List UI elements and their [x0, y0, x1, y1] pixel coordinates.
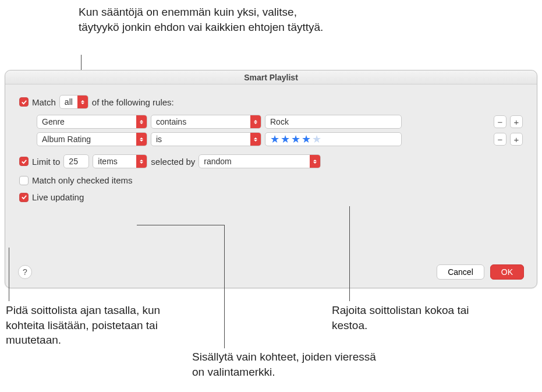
match-mode-select[interactable]: all: [59, 95, 88, 109]
callout-line: [9, 248, 9, 301]
dialog-footer: ? Cancel OK: [18, 264, 524, 280]
match-label-post: of the following rules:: [92, 97, 174, 107]
check-icon: [21, 194, 27, 200]
add-rule-button[interactable]: +: [510, 115, 523, 128]
limit-checkbox[interactable]: [19, 157, 29, 166]
limit-selected-by-label: selected by: [151, 157, 195, 167]
annotation-match-mode: Kun sääntöjä on enemmän kuin yksi, valit…: [79, 5, 329, 34]
rule-value-stars[interactable]: ★★★★★: [265, 132, 402, 146]
dialog-title: Smart Playlist: [5, 70, 537, 84]
match-checked-checkbox[interactable]: [19, 176, 29, 185]
limit-label: Limit to: [32, 157, 60, 167]
match-checked-row: Match only checked items: [19, 175, 523, 185]
chevron-updown-icon: [136, 115, 147, 128]
rule-value-input[interactable]: Rock: [265, 115, 402, 129]
live-updating-row: Live updating: [19, 192, 523, 202]
limit-count-input[interactable]: [63, 154, 89, 168]
remove-rule-button[interactable]: −: [494, 133, 506, 146]
chevron-updown-icon: [310, 155, 320, 168]
match-checked-label: Match only checked items: [32, 175, 133, 185]
dialog-content: Match all of the following rules: Genre …: [5, 84, 537, 208]
callout-line: [349, 206, 350, 301]
rule-attribute-select[interactable]: Album Rating: [37, 132, 147, 146]
chevron-updown-icon: [77, 96, 88, 108]
chevron-updown-icon: [136, 155, 147, 168]
rule-operator-value: contains: [156, 117, 247, 126]
limit-method-select[interactable]: random: [199, 154, 321, 168]
rule-row: Genre contains Rock − +: [37, 115, 523, 129]
limit-unit-select[interactable]: items: [93, 154, 147, 168]
rule-row: Album Rating is ★★★★★ − +: [37, 132, 523, 146]
smart-playlist-dialog: Smart Playlist Match all of the followin…: [5, 70, 537, 288]
callout-line: [137, 225, 224, 225]
match-mode-value: all: [65, 97, 74, 107]
rule-operator-select[interactable]: is: [151, 132, 261, 146]
limit-unit-value: items: [98, 157, 133, 166]
annotation-match-checked: Sisällytä vain kohteet, joiden vieressä …: [192, 349, 390, 379]
remove-rule-button[interactable]: −: [494, 115, 506, 128]
check-icon: [21, 99, 27, 105]
rule-attribute-value: Genre: [42, 117, 133, 126]
add-rule-button[interactable]: +: [510, 133, 523, 146]
annotation-limit: Rajoita soittolistan kokoa tai kestoa.: [332, 303, 477, 333]
callout-line: [224, 225, 225, 348]
limit-row: Limit to items selected by random: [19, 154, 523, 168]
check-icon: [21, 158, 27, 165]
help-button[interactable]: ?: [18, 265, 32, 279]
rule-operator-select[interactable]: contains: [151, 115, 261, 129]
match-row: Match all of the following rules:: [19, 95, 523, 109]
rule-attribute-value: Album Rating: [42, 135, 133, 144]
match-checkbox[interactable]: [19, 97, 29, 107]
limit-method-value: random: [204, 157, 306, 166]
chevron-updown-icon: [250, 115, 261, 128]
rule-operator-value: is: [156, 135, 247, 144]
chevron-updown-icon: [250, 133, 261, 146]
live-updating-checkbox[interactable]: [19, 193, 29, 202]
chevron-updown-icon: [136, 133, 147, 146]
match-label-pre: Match: [32, 97, 56, 107]
live-updating-label: Live updating: [32, 192, 84, 202]
question-icon: ?: [23, 267, 27, 277]
rules-list: Genre contains Rock − + Album Rating: [37, 115, 523, 146]
ok-button[interactable]: OK: [490, 264, 524, 280]
rule-attribute-select[interactable]: Genre: [37, 115, 147, 129]
annotation-live-updating: Pidä soittolista ajan tasalla, kun kohte…: [6, 303, 192, 348]
star-rating: ★★★★★: [270, 134, 323, 144]
cancel-button[interactable]: Cancel: [437, 264, 484, 280]
